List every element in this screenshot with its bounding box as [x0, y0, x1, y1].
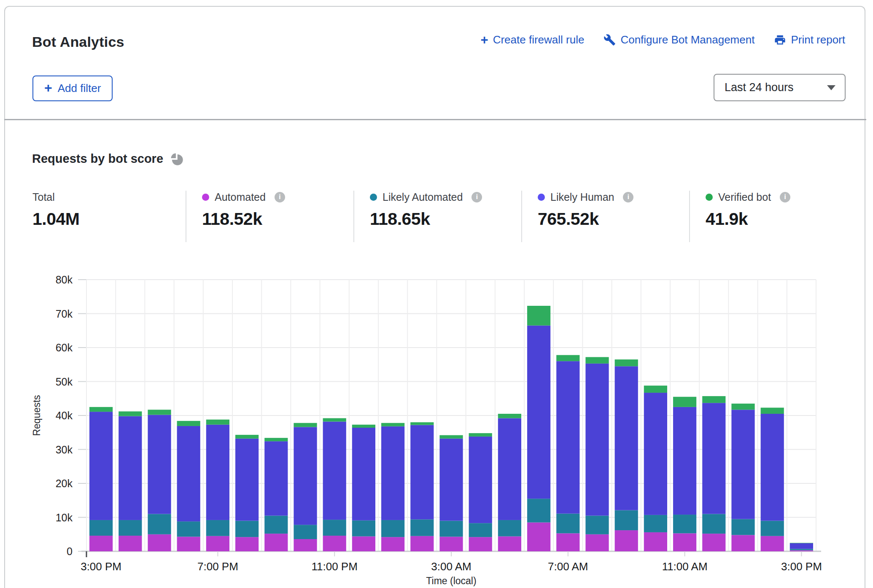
bar-segment[interactable]: [615, 530, 638, 551]
bar-segment[interactable]: [498, 520, 521, 537]
time-range-select[interactable]: Last 24 hours: [714, 74, 846, 101]
bar-segment[interactable]: [439, 435, 463, 439]
bar-segment[interactable]: [89, 536, 113, 551]
bar-segment[interactable]: [410, 425, 434, 520]
bar-segment[interactable]: [469, 537, 492, 551]
bar-segment[interactable]: [644, 515, 667, 532]
bar-segment[interactable]: [323, 421, 346, 520]
bar-segment[interactable]: [323, 418, 346, 421]
bar-segment[interactable]: [206, 425, 229, 520]
bar-segment[interactable]: [439, 439, 463, 521]
bar-segment[interactable]: [381, 537, 404, 551]
bar-segment[interactable]: [615, 510, 638, 530]
bar-segment[interactable]: [119, 536, 142, 551]
bar-segment[interactable]: [556, 355, 579, 361]
bar-segment[interactable]: [119, 411, 142, 416]
bar-segment[interactable]: [177, 537, 200, 551]
bar-segment[interactable]: [761, 407, 784, 413]
bar-segment[interactable]: [556, 533, 579, 551]
bar-segment[interactable]: [527, 306, 550, 326]
bar-segment[interactable]: [235, 435, 259, 439]
info-icon[interactable]: i: [275, 192, 285, 202]
configure-bot-management-link[interactable]: Configure Bot Management: [604, 33, 754, 46]
bar-segment[interactable]: [439, 521, 463, 537]
bar-segment[interactable]: [439, 537, 463, 551]
bar-segment[interactable]: [585, 357, 609, 364]
bar-segment[interactable]: [294, 427, 317, 525]
bar-segment[interactable]: [410, 422, 434, 425]
bar-segment[interactable]: [790, 549, 813, 550]
bar-segment[interactable]: [615, 366, 638, 510]
bar-segment[interactable]: [148, 534, 171, 551]
bar-segment[interactable]: [410, 519, 434, 536]
bar-segment[interactable]: [381, 423, 404, 426]
bar-segment[interactable]: [381, 520, 404, 537]
bar-segment[interactable]: [206, 520, 229, 536]
bar-segment[interactable]: [469, 437, 492, 523]
bar-segment[interactable]: [469, 523, 492, 537]
bar-segment[interactable]: [264, 515, 288, 534]
bar-segment[interactable]: [527, 523, 550, 551]
info-icon[interactable]: i: [623, 192, 633, 202]
print-report-link[interactable]: Print report: [774, 33, 845, 46]
bar-segment[interactable]: [235, 439, 259, 521]
bar-segment[interactable]: [761, 536, 784, 551]
bar-segment[interactable]: [498, 537, 521, 551]
add-filter-button[interactable]: + Add filter: [32, 76, 113, 101]
bar-segment[interactable]: [89, 407, 113, 412]
bar-segment[interactable]: [148, 410, 171, 415]
bar-segment[interactable]: [352, 521, 375, 537]
bar-segment[interactable]: [206, 420, 229, 425]
bar-segment[interactable]: [352, 425, 375, 428]
bar-segment[interactable]: [527, 326, 550, 499]
bar-segment[interactable]: [498, 418, 521, 520]
bar-segment[interactable]: [294, 539, 317, 551]
bar-segment[interactable]: [352, 428, 375, 521]
bar-segment[interactable]: [294, 525, 317, 539]
bar-segment[interactable]: [731, 404, 754, 410]
bar-segment[interactable]: [585, 515, 609, 534]
bar-segment[interactable]: [119, 416, 142, 520]
bar-segment[interactable]: [761, 521, 784, 536]
bar-segment[interactable]: [498, 414, 521, 418]
bar-segment[interactable]: [235, 521, 259, 537]
bar-segment[interactable]: [264, 438, 288, 441]
bar-segment[interactable]: [731, 410, 754, 519]
bar-segment[interactable]: [673, 533, 696, 551]
bar-segment[interactable]: [731, 535, 754, 551]
bar-segment[interactable]: [119, 520, 142, 536]
info-icon[interactable]: i: [472, 192, 482, 202]
bar-segment[interactable]: [556, 514, 579, 534]
bar-segment[interactable]: [148, 514, 171, 534]
bar-segment[interactable]: [761, 414, 784, 521]
bar-segment[interactable]: [702, 534, 725, 551]
bar-segment[interactable]: [177, 426, 200, 521]
bar-segment[interactable]: [790, 550, 813, 551]
bar-segment[interactable]: [89, 412, 113, 520]
bar-segment[interactable]: [556, 361, 579, 513]
bar-segment[interactable]: [177, 421, 200, 426]
bar-segment[interactable]: [323, 520, 346, 536]
bar-segment[interactable]: [673, 397, 696, 407]
bar-segment[interactable]: [702, 514, 725, 534]
bar-segment[interactable]: [352, 537, 375, 551]
bar-segment[interactable]: [644, 393, 667, 515]
bar-segment[interactable]: [731, 519, 754, 535]
bar-segment[interactable]: [527, 499, 550, 522]
bar-segment[interactable]: [469, 433, 492, 437]
bar-segment[interactable]: [702, 396, 725, 403]
bar-segment[interactable]: [294, 423, 317, 427]
bar-segment[interactable]: [585, 534, 609, 551]
bar-segment[interactable]: [148, 415, 171, 514]
info-icon[interactable]: i: [780, 192, 790, 202]
bar-segment[interactable]: [89, 520, 113, 536]
create-firewall-rule-link[interactable]: + Create firewall rule: [481, 33, 585, 46]
bar-segment[interactable]: [264, 534, 288, 551]
bar-segment[interactable]: [206, 536, 229, 551]
bar-segment[interactable]: [381, 426, 404, 520]
bar-segment[interactable]: [644, 386, 667, 393]
bar-segment[interactable]: [673, 407, 696, 515]
bar-segment[interactable]: [323, 536, 346, 551]
bar-segment[interactable]: [177, 521, 200, 537]
bar-segment[interactable]: [790, 543, 813, 549]
